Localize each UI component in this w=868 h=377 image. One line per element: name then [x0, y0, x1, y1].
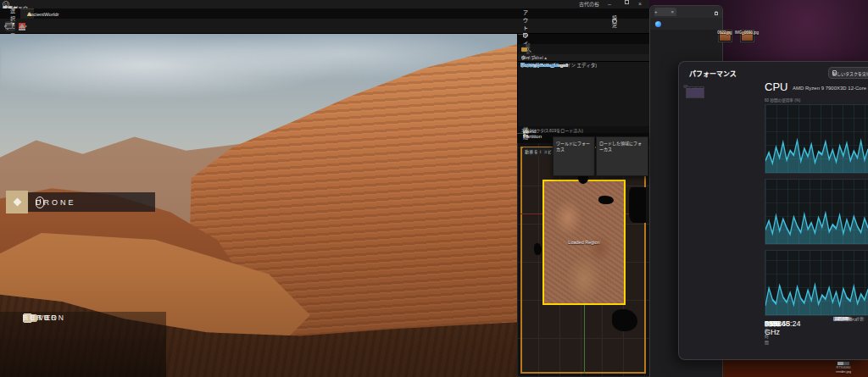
outliner-row[interactable]: BackdropButte_Large8 MASS_Backdrop8	[518, 62, 520, 68]
loaded-region-label: Loaded Region	[568, 240, 599, 245]
task-manager-window: パフォーマンス 新しいタスクを実行する CPU 35% 4.89 GHz	[678, 61, 868, 360]
focus-loaded-region-button[interactable]: ロードした領域にフォーカス	[596, 136, 648, 176]
uptime-value: 0:05:45:24	[765, 319, 801, 328]
desktop-icon-label: 0622.jpg	[717, 30, 732, 35]
copilot-icon[interactable]	[655, 21, 661, 27]
cpu-usage-graph	[765, 104, 868, 174]
run-new-task-label: 新しいタスクを実行する	[832, 70, 868, 76]
mini-graph	[686, 86, 704, 98]
chevron-down-icon: ▾	[612, 19, 614, 24]
minimap-void-patch	[612, 309, 637, 331]
tab-world-partition[interactable]: World Partition ×	[517, 133, 529, 134]
browser-toolbar: …	[650, 18, 722, 30]
outliner-tabstrip: アウトライナー ×	[518, 34, 650, 44]
chevron-down-icon: ▾	[5, 24, 7, 28]
drone-label: DRONE	[36, 198, 76, 207]
browser-tabbar: × + – ×	[650, 6, 722, 18]
actor-type[interactable]: MASS_Backdrop8	[520, 63, 568, 68]
focus-loaded-label: ロードした領域にフォーカス	[599, 141, 642, 152]
ue-menubar: U ファイル編集ウィンドウツールビルド選択アクタヘルプ	[0, 0, 649, 8]
minimap-void-patch	[629, 187, 646, 223]
play-options-icon[interactable]: ⋮	[19, 23, 25, 30]
drone-hud-banner: DRONE	[28, 192, 155, 212]
tab-outliner[interactable]: アウトライナー ×	[518, 34, 528, 35]
diamond-icon	[13, 198, 21, 207]
browser-close-button[interactable]: ×	[715, 9, 718, 14]
cpu-section-title: CPU	[765, 80, 787, 93]
ue-toolbar: 選択モード ▾ ▾ ▾ ▾ ⋮	[0, 19, 649, 34]
desktop-shortcut-render-jpg[interactable]: RTX4060 render.jpg	[825, 361, 862, 374]
cpu-graph-axis-label: 60 秒間の使用率 (%)	[765, 97, 800, 103]
drone-mode-chip	[6, 191, 28, 213]
cpu-usage-graph	[765, 250, 868, 316]
column-type[interactable]: タイプ	[521, 54, 569, 61]
cpu-usage-graph	[765, 179, 868, 245]
outliner-header-row: Item Label ▴ タイプ	[518, 54, 650, 62]
run-new-task-button[interactable]: 新しいタスクを実行する	[828, 67, 868, 79]
outliner-panel: アウトライナー × 検索... ▾ Item Label ▴ タイプ	[517, 34, 649, 133]
screenshot-root: U ファイル編集ウィンドウツールビルド選択アクタヘルプ 古代の谷 – × Anc…	[0, 0, 868, 377]
performance-page-title: パフォーマンス	[689, 69, 737, 78]
minimap-void-patch	[598, 196, 614, 204]
shortcut-label-line2: render.jpg	[836, 370, 851, 374]
world-partition-minimap[interactable]: Loaded Region セルを選択セルをロードセルをアンロードビューを移動	[517, 143, 649, 377]
close-icon[interactable]: ×	[523, 131, 526, 136]
return-label: RETURN	[23, 313, 65, 322]
level-tab[interactable]: AncientWorldr	[20, 8, 34, 19]
cpu-chip-name: AMD Ryzen 9 7900X3D 12-Core Pro	[793, 86, 868, 91]
ue-minimize-button[interactable]: –	[604, 0, 615, 8]
close-icon[interactable]: ×	[523, 32, 526, 37]
focus-world-label: ワールドにフォーカス	[556, 141, 590, 152]
outliner-search-row: 検索... ▾	[518, 44, 650, 54]
desktop-icon-label: IMG_0690.jpg	[735, 30, 759, 35]
ue-window-title: 古代の谷	[579, 0, 599, 8]
outliner-rows: ▾ AncientWorld (プレイ イン エディタ) ワールド ▾ Camp…	[518, 62, 650, 127]
controls-hud-panel: MOVE TURBO x RETURN	[0, 312, 166, 377]
wp-hint-text: ビューを移動	[523, 147, 552, 157]
new-folder-icon[interactable]	[521, 47, 527, 52]
close-tab-icon[interactable]: ×	[670, 9, 674, 14]
focus-world-button[interactable]: ワールドにフォーカス	[553, 136, 595, 176]
ue-maximize-button[interactable]	[619, 0, 631, 8]
level-tab-label: AncientWorldr	[27, 12, 59, 17]
unreal-editor-window: U ファイル編集ウィンドウツールビルド選択アクタヘルプ 古代の谷 – × Anc…	[0, 0, 649, 377]
ue-tabbar: AncientWorldr	[0, 8, 649, 19]
minimap-void-patch	[534, 243, 542, 255]
detail-value: 128 MB	[835, 318, 849, 322]
perf-sidebar-item[interactable]: GPU 1 AMD Radeon RX 7900 XT 92% (84°C)	[683, 85, 688, 88]
ue-close-button[interactable]: ×	[634, 0, 646, 8]
new-tab-button[interactable]: +	[654, 9, 658, 14]
